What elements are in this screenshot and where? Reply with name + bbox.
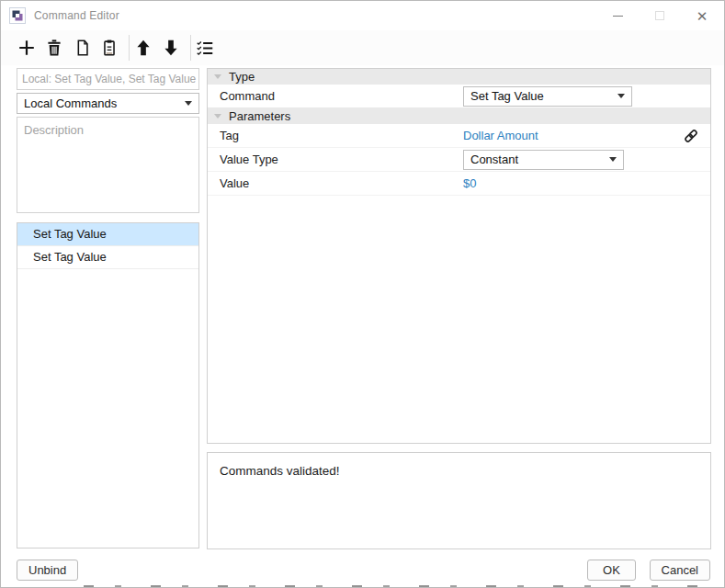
close-icon[interactable]: ✕ <box>693 6 711 25</box>
property-row-tag: Tag Dollar Amount <box>208 124 710 148</box>
cancel-button[interactable]: Cancel <box>650 560 710 581</box>
delete-command-button[interactable] <box>44 38 64 58</box>
command-label: Command <box>220 89 463 103</box>
tag-value-link[interactable]: Dollar Amount <box>463 129 538 142</box>
property-row-value-type: Value Type Constant <box>208 148 710 172</box>
background-window-artifact <box>84 585 715 587</box>
property-row-value: Value $0 <box>208 172 710 196</box>
toolbar <box>1 30 724 65</box>
command-scope-value: Local Commands <box>24 96 117 110</box>
edit-list-button[interactable] <box>195 38 215 58</box>
window-controls: ✕ <box>608 1 711 30</box>
section-title: Type <box>229 70 255 84</box>
command-editor-window: Command Editor ✕ <box>0 0 725 588</box>
tag-label: Tag <box>220 129 463 142</box>
ok-button[interactable]: OK <box>587 560 636 581</box>
value-type-select-value: Constant <box>470 153 518 166</box>
add-command-button[interactable] <box>17 38 37 58</box>
value-type-label: Value Type <box>220 153 463 166</box>
toolbar-separator <box>129 35 130 61</box>
unbind-button[interactable]: Unbind <box>17 560 78 581</box>
value-type-select[interactable]: Constant <box>463 150 624 170</box>
property-pane: Type Command Set Tag Value Parameters Ta… <box>207 68 711 444</box>
validation-message-box: Commands validated! <box>207 452 711 549</box>
value-label: Value <box>220 176 463 190</box>
maximize-icon[interactable] <box>651 6 669 25</box>
binding-preview-field: Local: Set Tag Value, Set Tag Value <box>17 68 199 90</box>
collapse-triangle-icon <box>214 74 221 79</box>
command-list: Set Tag Value Set Tag Value <box>17 222 199 548</box>
chevron-down-icon <box>185 101 192 106</box>
window-title: Command Editor <box>34 9 119 22</box>
value-value-link[interactable]: $0 <box>463 176 476 190</box>
move-up-button[interactable] <box>133 38 153 58</box>
description-input[interactable] <box>17 117 199 213</box>
section-header-type[interactable]: Type <box>208 69 710 85</box>
chevron-down-icon <box>617 94 625 98</box>
command-list-item[interactable]: Set Tag Value <box>17 223 198 246</box>
command-select-value: Set Tag Value <box>470 89 544 103</box>
command-scope-select[interactable]: Local Commands <box>17 93 199 114</box>
move-down-button[interactable] <box>161 38 181 58</box>
validation-message: Commands validated! <box>220 464 340 478</box>
section-title: Parameters <box>229 109 290 123</box>
link-icon[interactable] <box>681 126 701 146</box>
paste-command-button[interactable] <box>99 38 119 58</box>
command-select[interactable]: Set Tag Value <box>463 86 632 107</box>
chevron-down-icon <box>609 157 617 162</box>
app-logo-icon <box>9 7 26 24</box>
property-row-command: Command Set Tag Value <box>208 85 710 108</box>
copy-command-button[interactable] <box>72 38 92 58</box>
minimize-icon[interactable] <box>608 6 627 25</box>
collapse-triangle-icon <box>214 114 221 119</box>
section-header-parameters[interactable]: Parameters <box>208 108 710 124</box>
toolbar-separator <box>190 35 191 61</box>
command-list-item[interactable]: Set Tag Value <box>17 246 198 269</box>
titlebar: Command Editor ✕ <box>1 1 724 30</box>
